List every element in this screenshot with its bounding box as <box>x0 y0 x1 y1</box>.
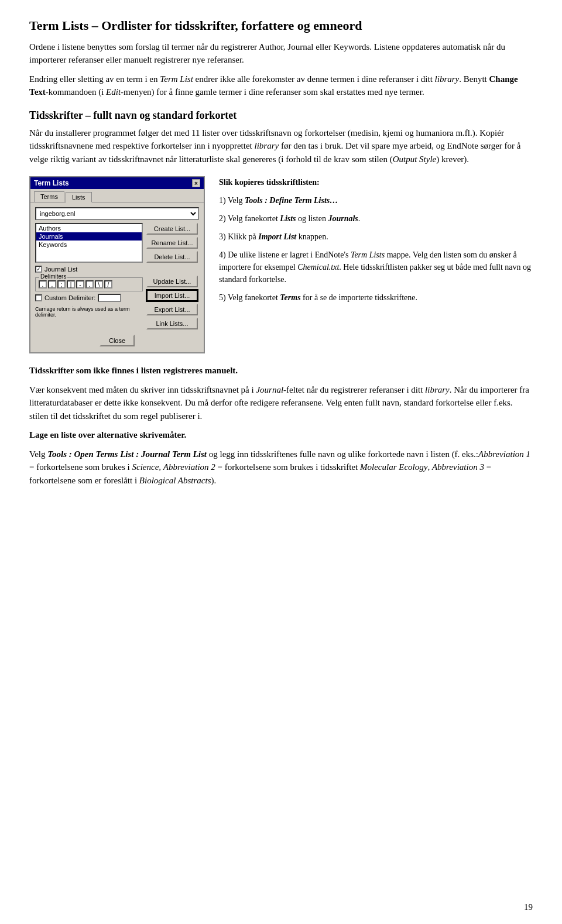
action-buttons-row: Delimiters . , ; | - . \ / <box>35 276 199 329</box>
import-list-button[interactable]: Import List... <box>146 290 198 301</box>
export-list-button[interactable]: Export List... <box>146 304 198 315</box>
side-instruction-1: 1) Velg Tools : Define Term Lists… <box>219 194 533 207</box>
term-lists-dialog: Term Lists × Terms Lists ingeborg.enl Au… <box>29 176 205 353</box>
dialog-footer: Close <box>35 335 199 349</box>
delim-semicolon: ; <box>57 280 66 288</box>
dialog-titlebar: Term Lists × <box>30 177 204 189</box>
custom-delimiter-input[interactable] <box>98 294 121 302</box>
delimiters-groupbox: Delimiters . , ; | - . \ / <box>35 277 143 291</box>
side-instruction-5: 5) Velg fanekortet Terms for å se de imp… <box>219 291 533 304</box>
custom-delimiter-row: Custom Delimiter: <box>35 294 143 302</box>
delete-list-button[interactable]: Delete List... <box>146 251 198 263</box>
section4-heading: Lage en liste over alternative skrivemåt… <box>29 428 533 442</box>
delim-pipe: | <box>67 280 75 288</box>
side-action-buttons: Update List... Import List... Export Lis… <box>146 276 199 329</box>
delim-dash: - <box>76 280 84 288</box>
dialog-body: ingeborg.enl Authors Journals Keywords C… <box>30 202 204 352</box>
delim-comma: , <box>48 280 56 288</box>
delimiters-label: Delimiters <box>39 273 67 280</box>
tab-terms[interactable]: Terms <box>34 191 64 202</box>
side-instruction-3: 3) Klikk på Import List knappen. <box>219 231 533 243</box>
delim-period1: . <box>39 280 47 288</box>
library-dropdown[interactable]: ingeborg.enl <box>35 207 199 220</box>
side-instruction-4: 4) De ulike listene er lagret i EndNote'… <box>219 249 533 286</box>
side-instruction-2: 2) Velg fanekortet Lists og listen Journ… <box>219 212 533 225</box>
list-and-buttons-row: Authors Journals Keywords Create List...… <box>35 223 199 263</box>
list-item-authors[interactable]: Authors <box>36 224 142 232</box>
close-button[interactable]: Close <box>100 335 135 346</box>
section3-paragraph: Vær konsekvent med måten du skriver inn … <box>29 383 533 423</box>
dialog-title: Term Lists <box>34 179 69 187</box>
dialog-left-panel: Authors Journals Keywords <box>35 223 143 263</box>
dialog-close-icon[interactable]: × <box>192 179 200 187</box>
list-item-journals[interactable]: Journals <box>36 232 142 241</box>
dialog-right-buttons: Create List... Rename List... Delete Lis… <box>146 223 199 263</box>
journal-list-checkbox[interactable] <box>35 266 42 273</box>
tab-lists[interactable]: Lists <box>66 192 92 202</box>
dialog-tabs: Terms Lists <box>30 189 204 202</box>
carriage-note: Carriage return is always used as a term… <box>35 306 143 318</box>
update-list-button[interactable]: Update List... <box>146 276 198 287</box>
custom-delimiter-checkbox[interactable] <box>35 294 42 301</box>
delim-period2: . <box>85 280 94 288</box>
list-item-keywords[interactable]: Keywords <box>36 241 142 249</box>
page-title: Term Lists – Ordlister for tidsskrifter,… <box>29 18 533 35</box>
page-number: 19 <box>524 902 533 912</box>
side-instructions-panel: Slik kopieres tidsskriftlisten: 1) Velg … <box>219 176 533 310</box>
delim-backslash: \ <box>95 280 103 288</box>
journal-list-checkbox-row: Journal List <box>35 266 199 273</box>
section4-paragraph: Velg Tools : Open Terms List : Journal T… <box>29 448 533 487</box>
dialog-and-instructions-row: Term Lists × Terms Lists ingeborg.enl Au… <box>29 176 533 353</box>
section3-heading: Tidsskrifter som ikke finnes i listen re… <box>29 364 533 377</box>
create-list-button[interactable]: Create List... <box>146 223 198 235</box>
page-number-container: 19 <box>524 902 533 912</box>
section2-heading: Tidsskrifter – fullt navn og standard fo… <box>29 109 533 122</box>
journal-list-label: Journal List <box>44 266 77 273</box>
delimiters-row: . , ; | - . \ / <box>39 280 139 288</box>
delim-slash: / <box>104 280 112 288</box>
intro-paragraph-1: Ordene i listene benyttes som forslag ti… <box>29 40 533 67</box>
custom-delimiter-label: Custom Delimiter: <box>44 294 95 301</box>
intro-paragraph-2: Endring eller sletting av en term i en T… <box>29 73 533 99</box>
delimiter-section: Delimiters . , ; | - . \ / <box>35 276 143 318</box>
term-listbox[interactable]: Authors Journals Keywords <box>35 223 143 263</box>
rename-list-button[interactable]: Rename List... <box>146 237 198 249</box>
section2-paragraph: Når du installerer programmet følger det… <box>29 126 533 166</box>
link-lists-button[interactable]: Link Lists... <box>146 318 198 329</box>
side-instructions-heading: Slik kopieres tidsskriftlisten: <box>219 176 533 188</box>
